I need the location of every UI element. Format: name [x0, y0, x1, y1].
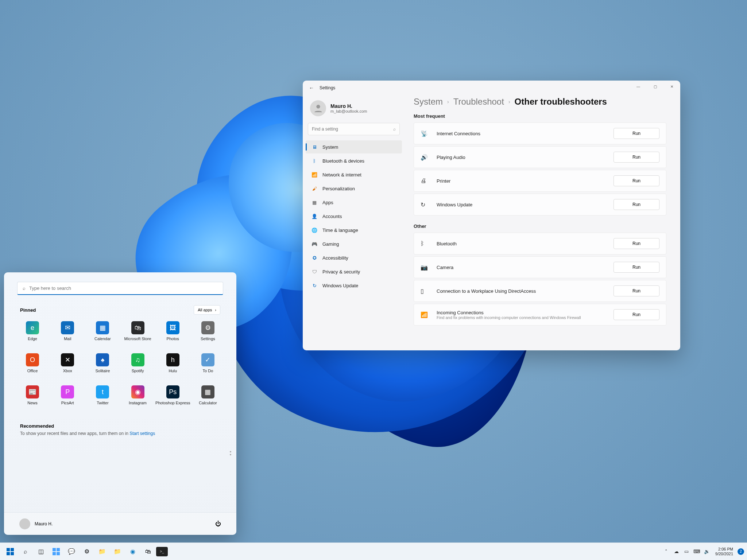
chat-button[interactable]: 💬	[64, 544, 79, 559]
search-input[interactable]: ⌕	[308, 123, 400, 135]
nav-item-bluetooth-devices[interactable]: ᛒBluetooth & devices	[306, 154, 402, 167]
window-title: Settings	[320, 85, 335, 90]
run-button[interactable]: Run	[614, 238, 659, 249]
run-button[interactable]: Run	[614, 152, 659, 163]
widgets-button[interactable]	[49, 544, 63, 559]
clock[interactable]: 2:06 PM 9/20/2021	[713, 547, 735, 556]
pinned-app-mail[interactable]: ✉Mail	[50, 319, 85, 350]
pinned-app-settings[interactable]: ⚙Settings	[190, 319, 225, 350]
row-label: Playing Audio	[437, 155, 614, 160]
run-button[interactable]: Run	[614, 309, 659, 320]
troubleshooter-row: ▯Connection to a Workplace Using DirectA…	[414, 280, 666, 302]
nav-item-accounts[interactable]: 👤Accounts	[306, 210, 402, 223]
meet-icon[interactable]: ▭	[682, 549, 690, 554]
volume-icon[interactable]: 🔉	[703, 549, 711, 554]
troubleshooter-row: 🖨PrinterRun	[414, 170, 666, 192]
pinned-app-photoshop-express[interactable]: PsPhotoshop Express	[155, 383, 190, 414]
tray-chevron-icon[interactable]: ˄	[662, 549, 670, 554]
nav-icon: 🎮	[311, 241, 317, 247]
nav-item-accessibility[interactable]: ✪Accessibility	[306, 251, 402, 264]
run-button[interactable]: Run	[614, 262, 659, 273]
start-settings-link[interactable]: Start settings	[129, 431, 155, 436]
svg-rect-1	[11, 548, 14, 551]
app-icon: ▦	[201, 385, 214, 398]
app-label: Office	[27, 369, 38, 373]
start-user[interactable]: Mauro H.	[19, 518, 53, 529]
row-icon: ᛒ	[421, 240, 429, 247]
pinned-app-microsoft-store[interactable]: 🛍Microsoft Store	[120, 319, 155, 350]
all-apps-button[interactable]: All apps›	[194, 305, 220, 315]
troubleshooter-row: ᛒBluetoothRun	[414, 233, 666, 254]
explorer-taskbar[interactable]: 📁	[95, 544, 109, 559]
search-button[interactable]: ⌕	[18, 544, 33, 559]
pinned-app-spotify[interactable]: ♫Spotify	[120, 351, 155, 382]
run-button[interactable]: Run	[614, 199, 659, 210]
pinned-app-calculator[interactable]: ▦Calculator	[190, 383, 225, 414]
user-block[interactable]: Mauro H. m_lab@outlook.com	[306, 98, 402, 123]
nav-item-apps[interactable]: ▦Apps	[306, 196, 402, 209]
taskview-button[interactable]: ◫	[34, 544, 48, 559]
svg-rect-6	[53, 552, 56, 555]
app-label: News	[27, 401, 38, 405]
nav-item-windows-update[interactable]: ↻Windows Update	[306, 279, 402, 292]
settings-window: ← Settings ― ▢ ✕ Mauro H. m_lab@outlook.…	[303, 81, 680, 350]
back-button[interactable]: ←	[306, 85, 317, 91]
start-button[interactable]	[3, 544, 18, 559]
app-label: Instagram	[129, 401, 147, 405]
nav-item-network-internet[interactable]: 📶Network & internet	[306, 168, 402, 181]
terminal-taskbar[interactable]: >_	[156, 547, 168, 556]
run-button[interactable]: Run	[614, 285, 659, 296]
onedrive-icon[interactable]: ☁	[672, 549, 680, 554]
pinned-app-news[interactable]: 📰News	[15, 383, 50, 414]
pinned-app-twitter[interactable]: tTwitter	[85, 383, 120, 414]
crumb-troubleshoot[interactable]: Troubleshoot	[453, 97, 504, 107]
page-indicator[interactable]	[230, 451, 231, 455]
run-button[interactable]: Run	[614, 128, 659, 139]
nav-icon: 🌐	[311, 227, 317, 233]
input-icon[interactable]: ⌨	[693, 549, 701, 554]
app-label: PicsArt	[61, 401, 74, 405]
nav-icon: ✪	[311, 255, 317, 261]
svg-rect-3	[11, 552, 14, 555]
settings-taskbar[interactable]: ⚙	[80, 544, 94, 559]
notification-badge[interactable]: 2	[738, 548, 744, 555]
pinned-app-to-do[interactable]: ✓To Do	[190, 351, 225, 382]
app-icon: ⚙	[201, 321, 214, 334]
nav-item-system[interactable]: 🖥System	[306, 140, 402, 153]
edge-taskbar[interactable]: ◉	[125, 544, 140, 559]
pinned-app-picsart[interactable]: PPicsArt	[50, 383, 85, 414]
app-icon: ♫	[131, 353, 144, 366]
pinned-app-instagram[interactable]: ◉Instagram	[120, 383, 155, 414]
breadcrumb: System › Troubleshoot › Other troublesho…	[414, 97, 666, 107]
nav-item-privacy-security[interactable]: 🛡Privacy & security	[306, 265, 402, 278]
store-taskbar[interactable]: 🛍	[141, 544, 155, 559]
app-label: Calendar	[94, 337, 111, 341]
pinned-app-calendar[interactable]: ▦Calendar	[85, 319, 120, 350]
nav-item-personalization[interactable]: 🖌Personalization	[306, 182, 402, 195]
maximize-button[interactable]: ▢	[647, 81, 663, 92]
nav-item-time-language[interactable]: 🌐Time & language	[306, 223, 402, 237]
app-label: Edge	[28, 337, 37, 341]
minimize-button[interactable]: ―	[630, 81, 647, 92]
pinned-app-office[interactable]: OOffice	[15, 351, 50, 382]
start-search[interactable]: ⌕	[17, 282, 223, 295]
app-icon: ✓	[201, 353, 214, 366]
power-button[interactable]: ⏻	[215, 521, 221, 527]
pinned-app-xbox[interactable]: ✕Xbox	[50, 351, 85, 382]
explorer2-taskbar[interactable]: 📁	[110, 544, 125, 559]
row-icon: 🔊	[421, 154, 429, 161]
start-user-name: Mauro H.	[35, 521, 53, 526]
pinned-app-photos[interactable]: 🖼Photos	[155, 319, 190, 350]
start-menu: ⌕ Pinned All apps› eEdge✉Mail▦Calendar🛍M…	[4, 272, 236, 535]
pinned-app-solitaire[interactable]: ♠Solitaire	[85, 351, 120, 382]
settings-sidebar: Mauro H. m_lab@outlook.com ⌕ 🖥SystemᛒBlu…	[303, 95, 405, 350]
pinned-app-edge[interactable]: eEdge	[15, 319, 50, 350]
pinned-app-hulu[interactable]: hHulu	[155, 351, 190, 382]
crumb-system[interactable]: System	[414, 97, 443, 107]
titlebar: ← Settings ― ▢ ✕	[303, 81, 680, 95]
nav-item-gaming[interactable]: 🎮Gaming	[306, 237, 402, 250]
nav-icon: 📶	[311, 172, 317, 178]
run-button[interactable]: Run	[614, 175, 659, 186]
close-button[interactable]: ✕	[663, 81, 680, 92]
row-label: Connection to a Workplace Using DirectAc…	[437, 288, 614, 294]
